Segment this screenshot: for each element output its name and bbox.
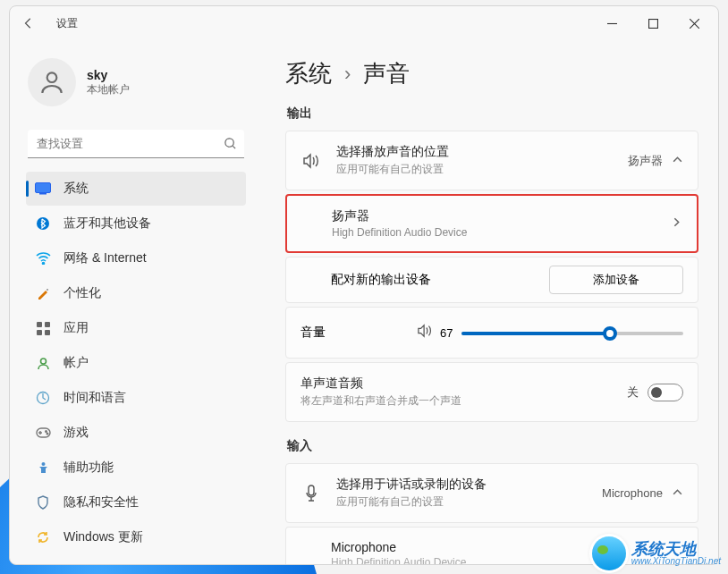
sidebar-item-label: 蓝牙和其他设备 [63,215,151,232]
sidebar-item-accessibility[interactable]: 辅助功能 [26,451,246,485]
titlebar: 设置 [10,6,718,40]
card-title: 选择播放声音的位置 [336,144,628,160]
pair-label: 配对新的输出设备 [331,272,549,288]
svg-point-14 [45,431,47,433]
card-subtitle: 应用可能有自己的设置 [336,162,628,177]
window-close-button[interactable] [673,8,715,38]
wifi-icon [35,250,51,266]
avatar [28,58,76,106]
settings-window: 设置 sky 本地帐户 [9,5,719,565]
sidebar-item-label: 隐私和安全性 [63,494,139,511]
output-value: 扬声器 [628,153,663,169]
chevron-right-icon: › [344,63,351,86]
shield-icon [35,494,51,511]
speaker-device-card[interactable]: 扬声器 High Definition Audio Device [285,194,698,253]
sidebar-item-bluetooth[interactable]: 蓝牙和其他设备 [26,207,246,241]
main-content: 系统 › 声音 输出 选择播放声音的位置 应用可能有自己的设置 扬声器 扬声器 [258,40,718,564]
sidebar-item-label: 时间和语言 [63,390,126,406]
sidebar-item-accounts[interactable]: 帐户 [26,346,246,380]
window-maximize-button[interactable] [632,8,673,38]
svg-point-11 [40,359,46,364]
input-device-card[interactable]: 选择用于讲话或录制的设备 应用可能有自己的设置 Microphone [285,463,698,523]
sidebar: sky 本地帐户 系统 蓝牙和其他设备 [10,40,258,564]
svg-point-16 [41,462,45,466]
sidebar-item-time[interactable]: 时间和语言 [26,381,246,415]
account-icon [35,355,51,371]
chevron-up-icon [672,485,683,502]
svg-rect-9 [37,330,42,335]
breadcrumb-page: 声音 [363,58,410,89]
volume-label: 音量 [301,325,417,341]
breadcrumb: 系统 › 声音 [285,58,713,89]
sidebar-item-system[interactable]: 系统 [26,172,246,206]
svg-point-2 [225,139,233,147]
globe-icon [592,536,626,570]
clock-globe-icon [35,390,51,406]
microphone-icon [301,485,322,502]
svg-rect-10 [45,330,50,335]
sidebar-item-network[interactable]: 网络 & Internet [26,241,246,275]
volume-slider[interactable] [461,324,683,342]
svg-rect-17 [309,485,314,495]
card-title: 扬声器 [332,208,671,224]
svg-point-1 [47,72,57,82]
brush-icon [35,285,51,301]
search-icon [224,137,237,154]
sidebar-item-apps[interactable]: 应用 [26,311,246,345]
chevron-up-icon [672,153,683,169]
chevron-right-icon [671,215,682,232]
svg-point-6 [42,263,44,265]
profile[interactable]: sky 本地帐户 [24,47,248,124]
sidebar-item-label: 帐户 [63,355,89,371]
apps-icon [35,320,51,336]
speaker-icon[interactable] [417,324,433,342]
card-title: 单声道音频 [301,376,627,392]
arrow-left-icon [22,17,35,30]
sidebar-item-personalization[interactable]: 个性化 [26,276,246,310]
sidebar-item-update[interactable]: Windows 更新 [26,520,246,554]
app-title: 设置 [56,16,78,31]
window-minimize-button[interactable] [591,8,632,38]
sidebar-item-label: Windows 更新 [63,529,143,545]
sidebar-item-label: 应用 [63,320,89,336]
sidebar-item-gaming[interactable]: 游戏 [26,416,246,450]
accessibility-icon [35,460,51,476]
sidebar-item-label: 个性化 [63,285,101,301]
person-icon [38,68,66,97]
gamepad-icon [35,425,51,441]
card-subtitle: 应用可能有自己的设置 [336,494,602,510]
search-box[interactable] [28,130,244,158]
sidebar-item-privacy[interactable]: 隐私和安全性 [26,485,246,519]
svg-rect-7 [37,322,42,327]
close-icon [690,19,699,29]
sidebar-item-label: 游戏 [63,425,89,441]
svg-rect-3 [36,183,51,193]
profile-type: 本地帐户 [87,82,130,97]
svg-rect-4 [39,193,47,195]
output-location-card[interactable]: 选择播放声音的位置 应用可能有自己的设置 扬声器 [285,131,698,190]
volume-value: 67 [440,326,453,340]
pair-output-row: 配对新的输出设备 添加设备 [285,257,698,303]
toggle-state: 关 [627,384,639,401]
add-device-button[interactable]: 添加设备 [549,266,683,294]
breadcrumb-root[interactable]: 系统 [285,58,332,89]
speaker-icon [301,153,322,169]
input-value: Microphone [602,486,663,500]
section-title-input: 输入 [287,438,713,454]
back-button[interactable] [13,8,44,38]
update-icon [35,529,51,545]
profile-name: sky [87,68,130,82]
volume-card: 音量 67 [285,307,698,359]
svg-rect-8 [45,322,50,327]
mono-toggle[interactable] [648,384,683,401]
card-title: 选择用于讲话或录制的设备 [336,477,602,493]
minimize-icon [607,19,617,29]
svg-point-15 [47,433,48,435]
sidebar-item-label: 辅助功能 [63,460,114,476]
watermark-cn: 系统天地 [631,541,721,557]
maximize-icon [648,19,658,29]
watermark: 系统天地 www.XiTongTianDi.net [592,536,721,570]
mono-audio-card[interactable]: 单声道音频 将左声道和右声道合并成一个声道 关 [285,362,698,422]
search-input[interactable] [28,130,244,158]
card-subtitle: 将左声道和右声道合并成一个声道 [301,393,627,409]
